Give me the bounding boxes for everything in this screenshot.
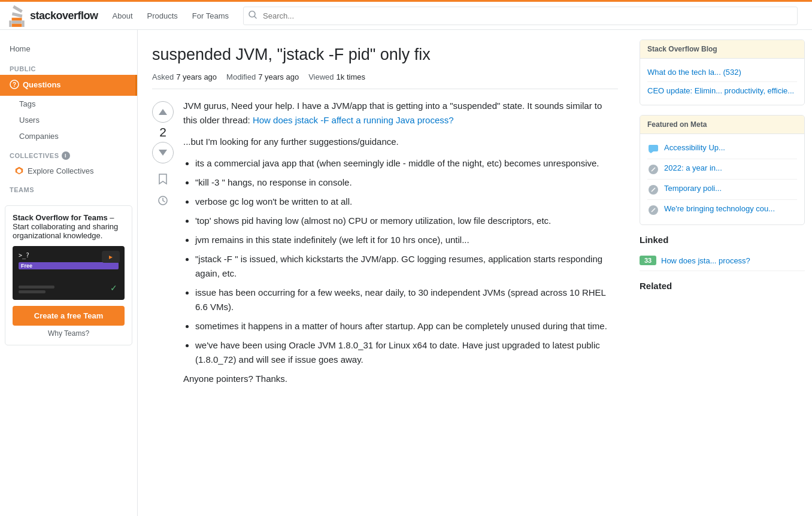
main-content: suspended JVM, "jstack -F pid" only fix … — [138, 30, 632, 516]
viewed-label: Viewed — [308, 72, 334, 81]
jstack-link[interactable]: How does jstack -F affect a running Java… — [253, 115, 454, 125]
question-title: suspended JVM, "jstack -F pid" only fix — [152, 44, 618, 65]
checkmark-icon: ✓ — [110, 283, 117, 293]
nav-about[interactable]: About — [105, 7, 140, 25]
logo[interactable]: stackoverflow — [7, 5, 98, 27]
list-item: we've have been using Oracle JVM 1.8.0_3… — [195, 338, 618, 367]
sidebar-item-home[interactable]: Home — [0, 40, 137, 58]
featured-item-1: Accessibility Up... — [647, 139, 797, 159]
featured-link-4[interactable]: We're bringing technology cou... — [664, 204, 775, 214]
svg-text:?: ? — [13, 81, 16, 88]
linked-count: 33 — [640, 256, 656, 265]
featured-link-3[interactable]: Temporary poli... — [664, 183, 722, 194]
post-cont: ...but I'm looking for any further sugge… — [183, 135, 618, 149]
teams-image: >_? ▸ Free ✓ — [13, 246, 125, 300]
list-item: "jstack -F " is issued, which kickstarts… — [195, 252, 618, 281]
right-sidebar: Stack Overflow Blog What do the tech la.… — [632, 30, 812, 516]
list-item: "kill -3 " hangs, no response in console… — [195, 175, 618, 190]
create-free-team-button[interactable]: Create a free Team — [13, 306, 125, 326]
list-item: its a commercial java app that (when see… — [195, 156, 618, 171]
post-list: its a commercial java app that (when see… — [195, 156, 618, 367]
nav-for-teams[interactable]: For Teams — [185, 7, 236, 25]
related-section: Related — [640, 281, 805, 293]
collectives-icon — [14, 166, 24, 175]
sidebar-item-users[interactable]: Users — [0, 112, 137, 128]
bookmark-button[interactable] — [154, 171, 171, 187]
featured-link-1[interactable]: Accessibility Up... — [664, 142, 725, 153]
nav-products[interactable]: Products — [140, 7, 185, 25]
viewed-meta: Viewed 1k times — [308, 72, 365, 81]
featured-meta-icon-2 — [647, 163, 659, 175]
sidebar-item-questions[interactable]: ? Questions — [0, 75, 137, 96]
featured-item-3: Temporary poli... — [647, 180, 797, 200]
svg-rect-0 — [9, 20, 11, 27]
sidebar: Home PUBLIC ? Questions Tags Users Compa… — [0, 30, 138, 516]
logo-text: stackoverflow — [30, 10, 98, 22]
asked-value: 7 years ago — [176, 72, 217, 81]
featured-link-2[interactable]: 2022: a year in... — [664, 163, 722, 174]
vote-column: 2 — [152, 99, 174, 393]
sidebar-section-public: PUBLIC — [0, 58, 137, 75]
chat-icon: ▸ — [109, 253, 113, 261]
list-item: verbose gc log won't be written to at al… — [195, 195, 618, 209]
question-meta: Asked 7 years ago Modified 7 years ago V… — [152, 72, 618, 89]
search-icon — [249, 11, 257, 21]
linked-item: 33 How does jsta... process? — [640, 252, 805, 271]
blog-widget-body: What do the tech la... (532) CEO update:… — [640, 59, 804, 105]
post-closing: Anyone pointers? Thanks. — [183, 372, 618, 386]
downvote-icon — [157, 147, 168, 158]
questions-icon: ? — [10, 80, 19, 89]
upvote-button[interactable] — [152, 101, 174, 123]
search-bar — [243, 7, 798, 25]
viewed-value: 1k times — [337, 72, 365, 81]
featured-widget-body: Accessibility Up... 2022: a year in... T… — [640, 134, 804, 224]
featured-meta-icon-4 — [647, 204, 659, 216]
svg-rect-1 — [22, 20, 25, 27]
related-header: Related — [640, 281, 805, 293]
modified-meta: Modified 7 years ago — [226, 72, 299, 81]
svg-rect-9 — [649, 145, 658, 151]
featured-item-2: 2022: a year in... — [647, 159, 797, 180]
list-item: jvm remains in this state indefinitely (… — [195, 233, 618, 247]
teams-promo-title: Stack Overflow for Teams – Start collabo… — [13, 213, 125, 240]
blog-widget-header: Stack Overflow Blog — [640, 40, 804, 59]
question-body: 2 — [152, 99, 618, 393]
featured-chat-icon — [647, 143, 659, 155]
list-item: issue has been occurring for a few weeks… — [195, 286, 618, 314]
linked-link[interactable]: How does jsta... process? — [661, 256, 750, 266]
header: stackoverflow About Products For Teams — [0, 0, 812, 30]
modified-value: 7 years ago — [258, 72, 299, 81]
linked-header: Linked — [640, 235, 805, 247]
blog-link-1[interactable]: What do the tech la... (532) — [647, 68, 741, 77]
svg-line-3 — [254, 17, 256, 19]
featured-widget: Featured on Meta Accessibility Up... 202… — [640, 115, 805, 225]
bookmark-icon — [158, 173, 168, 185]
featured-item-4: We're bringing technology cou... — [647, 200, 797, 220]
sidebar-item-companies[interactable]: Companies — [0, 128, 137, 144]
why-teams-link[interactable]: Why Teams? — [13, 329, 125, 338]
featured-meta-icon-3 — [647, 184, 659, 196]
post-intro: JVM gurus, Need your help. I have a JVM/… — [183, 99, 618, 128]
teams-promo: Stack Overflow for Teams – Start collabo… — [5, 205, 132, 345]
list-item: 'top' shows pid having low (almost no) C… — [195, 214, 618, 228]
list-item: sometimes it happens in a matter of hour… — [195, 319, 618, 333]
sidebar-item-tags[interactable]: Tags — [0, 96, 137, 112]
blog-widget: Stack Overflow Blog What do the tech la.… — [640, 40, 805, 105]
history-icon — [158, 196, 168, 205]
modified-label: Modified — [226, 72, 256, 81]
downvote-button[interactable] — [152, 142, 174, 163]
vote-count: 2 — [159, 125, 166, 139]
post-content: JVM gurus, Need your help. I have a JVM/… — [183, 99, 618, 393]
blog-link-2[interactable]: CEO update: Elimin... productivity, effi… — [647, 86, 794, 95]
sidebar-item-explore-collectives[interactable]: Explore Collectives — [0, 162, 137, 179]
page-wrapper: Home PUBLIC ? Questions Tags Users Compa… — [0, 30, 812, 516]
info-icon: i — [62, 151, 70, 160]
sidebar-section-teams: TEAMS — [0, 179, 137, 196]
blog-item-2: CEO update: Elimin... productivity, effi… — [647, 82, 797, 100]
featured-widget-header: Featured on Meta — [640, 116, 804, 134]
history-button[interactable] — [154, 192, 171, 209]
upvote-icon — [157, 107, 168, 117]
main-nav: About Products For Teams — [105, 7, 236, 25]
search-input[interactable] — [243, 7, 798, 25]
sidebar-section-collectives: COLLECTIVES i — [0, 144, 137, 162]
